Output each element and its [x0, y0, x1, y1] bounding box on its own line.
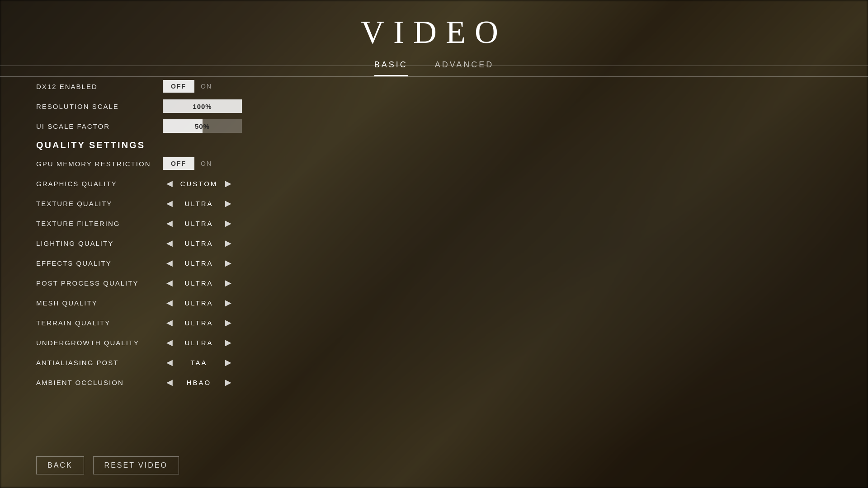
- arrow-right-effects-quality[interactable]: ▶: [222, 259, 235, 267]
- arrow-mesh-quality: ◀ ULTRA ▶: [163, 299, 235, 307]
- main-content: VIDEO BASIC ADVANCED DX12 ENABLED OFF ON…: [0, 0, 868, 488]
- setting-ui-scale-factor: UI SCALE FACTOR 50%: [36, 117, 285, 136]
- arrow-texture-quality: ◀ ULTRA ▶: [163, 199, 235, 207]
- arrow-left-post-process-quality[interactable]: ◀: [163, 279, 176, 287]
- label-gpu-memory: GPU MEMORY RESTRICTION: [36, 160, 163, 168]
- arrow-undergrowth-quality: ◀ ULTRA ▶: [163, 338, 235, 347]
- bottom-bar: BACK RESET VIDEO: [36, 456, 179, 474]
- arrow-left-lighting-quality[interactable]: ◀: [163, 239, 176, 247]
- arrow-left-terrain-quality[interactable]: ◀: [163, 319, 176, 327]
- setting-dx12-enabled: DX12 ENABLED OFF ON: [36, 77, 285, 96]
- value-undergrowth-quality: ULTRA: [176, 339, 222, 347]
- value-effects-quality: ULTRA: [176, 259, 222, 267]
- arrow-right-ambient-occlusion[interactable]: ▶: [222, 378, 235, 386]
- value-lighting-quality: ULTRA: [176, 239, 222, 247]
- toggle-on-dx12[interactable]: ON: [194, 80, 218, 93]
- tab-advanced[interactable]: ADVANCED: [435, 60, 494, 76]
- setting-texture-quality: TEXTURE QUALITY ◀ ULTRA ▶: [36, 194, 285, 213]
- arrow-left-texture-quality[interactable]: ◀: [163, 199, 176, 207]
- setting-undergrowth-quality: UNDERGROWTH QUALITY ◀ ULTRA ▶: [36, 333, 285, 352]
- arrow-left-graphics-quality[interactable]: ◀: [163, 179, 176, 188]
- label-lighting-quality: LIGHTING QUALITY: [36, 239, 163, 247]
- toggle-on-gpu-memory[interactable]: ON: [194, 157, 218, 170]
- toggle-off-dx12[interactable]: OFF: [163, 80, 194, 93]
- value-texture-quality: ULTRA: [176, 200, 222, 207]
- label-effects-quality: EFFECTS QUALITY: [36, 259, 163, 267]
- toggle-gpu-memory: OFF ON: [163, 157, 218, 170]
- label-dx12-enabled: DX12 ENABLED: [36, 83, 163, 90]
- arrow-ambient-occlusion: ◀ HBAO ▶: [163, 378, 235, 386]
- arrow-right-post-process-quality[interactable]: ▶: [222, 279, 235, 287]
- value-post-process-quality: ULTRA: [176, 279, 222, 287]
- value-antialiasing-post: TAA: [176, 359, 222, 366]
- setting-lighting-quality: LIGHTING QUALITY ◀ ULTRA ▶: [36, 234, 285, 253]
- arrow-right-texture-quality[interactable]: ▶: [222, 199, 235, 207]
- arrow-right-graphics-quality[interactable]: ▶: [222, 179, 235, 188]
- settings-panel: DX12 ENABLED OFF ON RESOLUTION SCALE 100…: [36, 77, 285, 393]
- toggle-dx12: OFF ON: [163, 80, 218, 93]
- arrow-graphics-quality: ◀ CUSTOM ▶: [163, 179, 235, 188]
- slider-value-resolution-scale: 100%: [193, 103, 212, 110]
- label-terrain-quality: TERRAIN QUALITY: [36, 319, 163, 327]
- arrow-terrain-quality: ◀ ULTRA ▶: [163, 319, 235, 327]
- setting-gpu-memory: GPU MEMORY RESTRICTION OFF ON: [36, 154, 285, 173]
- setting-antialiasing-post: ANTIALIASING POST ◀ TAA ▶: [36, 353, 285, 372]
- back-button[interactable]: BACK: [36, 456, 84, 474]
- tab-basic[interactable]: BASIC: [374, 60, 408, 76]
- arrow-post-process-quality: ◀ ULTRA ▶: [163, 279, 235, 287]
- arrow-right-texture-filtering[interactable]: ▶: [222, 219, 235, 227]
- arrow-antialiasing-post: ◀ TAA ▶: [163, 358, 235, 366]
- arrow-texture-filtering: ◀ ULTRA ▶: [163, 219, 235, 227]
- setting-ambient-occlusion: AMBIENT OCCLUSION ◀ HBAO ▶: [36, 373, 285, 392]
- label-post-process-quality: POST PROCESS QUALITY: [36, 279, 163, 287]
- arrow-left-antialiasing-post[interactable]: ◀: [163, 358, 176, 366]
- label-texture-quality: TEXTURE QUALITY: [36, 200, 163, 207]
- value-terrain-quality: ULTRA: [176, 319, 222, 327]
- setting-mesh-quality: MESH QUALITY ◀ ULTRA ▶: [36, 293, 285, 312]
- arrow-right-terrain-quality[interactable]: ▶: [222, 319, 235, 327]
- arrow-left-texture-filtering[interactable]: ◀: [163, 219, 176, 227]
- arrow-lighting-quality: ◀ ULTRA ▶: [163, 239, 235, 247]
- label-resolution-scale: RESOLUTION SCALE: [36, 103, 163, 110]
- setting-effects-quality: EFFECTS QUALITY ◀ ULTRA ▶: [36, 253, 285, 272]
- setting-resolution-scale: RESOLUTION SCALE 100%: [36, 97, 285, 116]
- divider: [0, 66, 868, 66]
- label-texture-filtering: TEXTURE FILTERING: [36, 220, 163, 227]
- value-texture-filtering: ULTRA: [176, 220, 222, 227]
- label-graphics-quality: GRAPHICS QUALITY: [36, 180, 163, 188]
- setting-graphics-quality: GRAPHICS QUALITY ◀ CUSTOM ▶: [36, 174, 285, 193]
- setting-terrain-quality: TERRAIN QUALITY ◀ ULTRA ▶: [36, 313, 285, 332]
- slider-resolution-scale[interactable]: 100%: [163, 99, 242, 113]
- arrow-right-mesh-quality[interactable]: ▶: [222, 299, 235, 307]
- arrow-right-undergrowth-quality[interactable]: ▶: [222, 338, 235, 347]
- page-title: VIDEO: [361, 14, 507, 51]
- tab-bar: BASIC ADVANCED: [0, 60, 868, 77]
- value-graphics-quality: CUSTOM: [176, 180, 222, 188]
- arrow-left-effects-quality[interactable]: ◀: [163, 259, 176, 267]
- label-mesh-quality: MESH QUALITY: [36, 299, 163, 307]
- slider-value-ui-scale-factor: 50%: [195, 122, 210, 130]
- value-ambient-occlusion: HBAO: [176, 379, 222, 386]
- arrow-left-ambient-occlusion[interactable]: ◀: [163, 378, 176, 386]
- arrow-right-antialiasing-post[interactable]: ▶: [222, 358, 235, 366]
- value-mesh-quality: ULTRA: [176, 299, 222, 307]
- arrow-left-undergrowth-quality[interactable]: ◀: [163, 338, 176, 347]
- label-ui-scale-factor: UI SCALE FACTOR: [36, 122, 163, 130]
- arrow-right-lighting-quality[interactable]: ▶: [222, 239, 235, 247]
- label-undergrowth-quality: UNDERGROWTH QUALITY: [36, 339, 163, 347]
- setting-texture-filtering: TEXTURE FILTERING ◀ ULTRA ▶: [36, 214, 285, 233]
- label-antialiasing-post: ANTIALIASING POST: [36, 359, 163, 366]
- label-ambient-occlusion: AMBIENT OCCLUSION: [36, 379, 163, 386]
- section-header-quality: QUALITY SETTINGS: [36, 140, 285, 150]
- reset-video-button[interactable]: RESET VIDEO: [93, 456, 179, 474]
- arrow-effects-quality: ◀ ULTRA ▶: [163, 259, 235, 267]
- arrow-left-mesh-quality[interactable]: ◀: [163, 299, 176, 307]
- toggle-off-gpu-memory[interactable]: OFF: [163, 157, 194, 170]
- slider-ui-scale-factor[interactable]: 50%: [163, 119, 242, 133]
- setting-post-process-quality: POST PROCESS QUALITY ◀ ULTRA ▶: [36, 273, 285, 292]
